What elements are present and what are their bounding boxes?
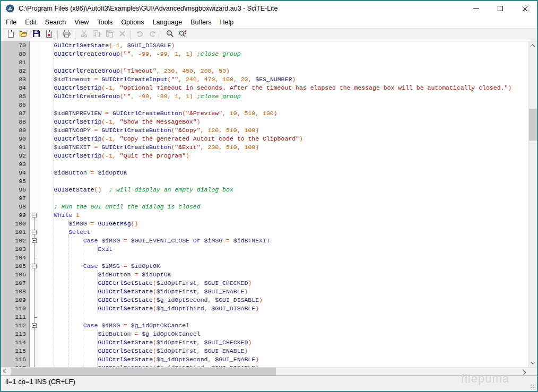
horizontal-scrollbar[interactable] (1, 367, 537, 376)
code-text[interactable]: GUICtrlSetState($idOptFirst, $GUI_CHECKE… (39, 279, 528, 288)
code-text[interactable]: GUICtrlSetState($g_idOptSecond, $GUI_ENA… (39, 355, 528, 364)
code-text[interactable]: Case $iMSG = $idOptOK (39, 262, 528, 271)
open-file-button[interactable] (17, 29, 30, 40)
code-text[interactable] (39, 160, 528, 169)
cut-icon (80, 29, 89, 40)
minimize-button[interactable] (464, 1, 488, 16)
code-text[interactable]: Case $iMSG = $g_idOptOkCancel (39, 321, 528, 330)
fold-toggle[interactable] (30, 211, 39, 220)
line-number: 94 (1, 169, 30, 177)
maximize-icon (498, 6, 503, 11)
code-text[interactable]: $idBTNCOPY = GUICtrlCreateButton("&Copy"… (39, 126, 528, 135)
find-button[interactable] (163, 29, 176, 40)
code-text[interactable]: GUICtrlSetTip(-1, "Optional Timeout in s… (39, 84, 528, 92)
code-text[interactable]: GUICtrlCreateGroup("", -99, -99, 1, 1) ;… (39, 50, 528, 58)
code-text[interactable]: $iMSG = GUIGetMsg() (39, 220, 528, 228)
code-text[interactable]: GUICtrlSetTip(-1, "Show the MessageBox") (39, 118, 528, 126)
vertical-scroll-thumb[interactable] (529, 109, 537, 141)
code-text[interactable]: GUICtrlSetState($g_idOptThird, $GUI_DISA… (39, 304, 528, 313)
code-text[interactable]: GUICtrlCreateGroup("", -99, -99, 1, 1) ;… (39, 92, 528, 101)
fold-collapse-icon[interactable] (32, 323, 37, 328)
code-text[interactable] (39, 101, 528, 109)
fold-margin (30, 109, 39, 118)
code-text[interactable]: While 1 (39, 211, 528, 220)
fold-margin (30, 118, 39, 126)
fold-toggle[interactable] (30, 262, 39, 271)
code-text[interactable] (39, 177, 528, 186)
code-text[interactable]: GUICtrlSetState($idOptFirst, $GUI_ENABLE… (39, 288, 528, 296)
code-line-110: 110GUICtrlSetState($g_idOptThird, $GUI_D… (1, 304, 528, 313)
close-button[interactable] (513, 1, 537, 16)
menu-file[interactable]: File (2, 17, 21, 28)
code-text[interactable]: GUICtrlSetTip(-1, "Copy the generated Au… (39, 135, 528, 143)
code-text[interactable]: $idButton = $idOptOK (39, 271, 528, 279)
fold-collapse-icon[interactable] (32, 213, 37, 217)
code-text[interactable]: $idTimeout = GUICtrlCreateInput("", 240,… (39, 75, 528, 84)
menu-language[interactable]: Language (148, 17, 186, 28)
cut-button (77, 29, 90, 40)
undo-button (133, 29, 146, 40)
menu-buffers[interactable]: Buffers (186, 17, 215, 28)
code-line-98: 98; Run the GUI until the dialog is clos… (1, 203, 528, 211)
resize-grip[interactable] (530, 384, 535, 389)
code-text[interactable]: GUICtrlSetState($idOptFirst, $GUI_ENABLE… (39, 347, 528, 355)
code-text[interactable]: GUISetState() ; will display an empty di… (39, 186, 528, 194)
code-text[interactable]: ; Run the GUI until the dialog is closed (39, 203, 528, 211)
find-next-icon (178, 29, 187, 40)
menu-options[interactable]: Options (117, 17, 148, 28)
code-text[interactable]: Exit (39, 245, 528, 254)
scroll-right-button[interactable] (519, 368, 528, 376)
menu-edit[interactable]: Edit (21, 17, 41, 28)
code-text[interactable]: Case $iMSG = $GUI_EVENT_CLOSE Or $iMSG =… (39, 237, 528, 245)
code-text[interactable] (39, 58, 528, 67)
fold-collapse-icon[interactable] (32, 264, 37, 268)
menu-view[interactable]: View (70, 17, 93, 28)
line-number: 96 (1, 186, 30, 194)
code-line-82: 82GUICtrlCreateGroup("Timeout", 230, 450… (1, 67, 528, 75)
save-file-button[interactable] (30, 29, 42, 40)
code-text[interactable] (39, 254, 528, 262)
horizontal-scroll-thumb[interactable] (11, 368, 276, 376)
find-next-button[interactable] (176, 29, 189, 40)
code-line-79: 79GUICtrlSetState(-1, $GUI_DISABLE) (1, 41, 528, 50)
fold-toggle[interactable] (30, 228, 39, 237)
new-file-button[interactable] (4, 29, 17, 40)
line-number: 88 (1, 118, 30, 126)
print-button[interactable] (60, 29, 73, 40)
fold-margin (30, 169, 39, 177)
horizontal-scroll-track[interactable] (10, 368, 519, 376)
fold-toggle[interactable] (30, 237, 39, 245)
line-number: 108 (1, 288, 30, 296)
vertical-scrollbar[interactable] (528, 41, 537, 367)
scroll-left-button[interactable] (1, 368, 10, 376)
code-text[interactable]: GUICtrlSetState(-1, $GUI_DISABLE) (39, 41, 528, 50)
code-text[interactable]: GUICtrlSetState($idOptFirst, $GUI_CHECKE… (39, 338, 528, 347)
code-text[interactable] (39, 313, 528, 321)
code-text[interactable]: Select (39, 228, 528, 237)
close-file-button[interactable] (42, 29, 55, 40)
code-text[interactable]: $idButton = $g_idOptOkCancel (39, 330, 528, 338)
code-text[interactable] (39, 194, 528, 203)
toolbar-separator (161, 30, 161, 39)
fold-margin (30, 330, 39, 338)
code-text[interactable]: $idBTNPREVIEW = GUICtrlCreateButton("&Pr… (39, 109, 528, 118)
fold-collapse-icon[interactable] (32, 238, 37, 243)
code-line-114: 114GUICtrlSetState($idOptFirst, $GUI_CHE… (1, 338, 528, 347)
maximize-button[interactable] (488, 1, 513, 16)
menu-search[interactable]: Search (41, 17, 71, 28)
line-number: 97 (1, 194, 30, 203)
code-text[interactable]: GUICtrlSetState($g_idOptSecond, $GUI_DIS… (39, 296, 528, 304)
code-text[interactable]: $idBTNEXIT = GUICtrlCreateButton("&Exit"… (39, 143, 528, 152)
code-text[interactable]: GUICtrlCreateGroup("Timeout", 230, 450, … (39, 67, 528, 75)
menu-help[interactable]: Help (215, 17, 238, 28)
scroll-down-button[interactable] (528, 359, 537, 367)
code-line-112: 112Case $iMSG = $g_idOptOkCancel (1, 321, 528, 330)
code-text[interactable]: GUICtrlSetTip(-1, "Quit the program") (39, 152, 528, 160)
fold-margin (30, 313, 39, 321)
fold-toggle[interactable] (30, 321, 39, 330)
fold-collapse-icon[interactable] (32, 230, 37, 234)
menu-tools[interactable]: Tools (93, 17, 117, 28)
scite-window: C:\Program Files (x86)\AutoIt3\Examples\… (0, 0, 538, 392)
code-text[interactable]: $idButton = $idOptOK (39, 169, 528, 177)
scroll-up-button[interactable] (528, 41, 537, 50)
